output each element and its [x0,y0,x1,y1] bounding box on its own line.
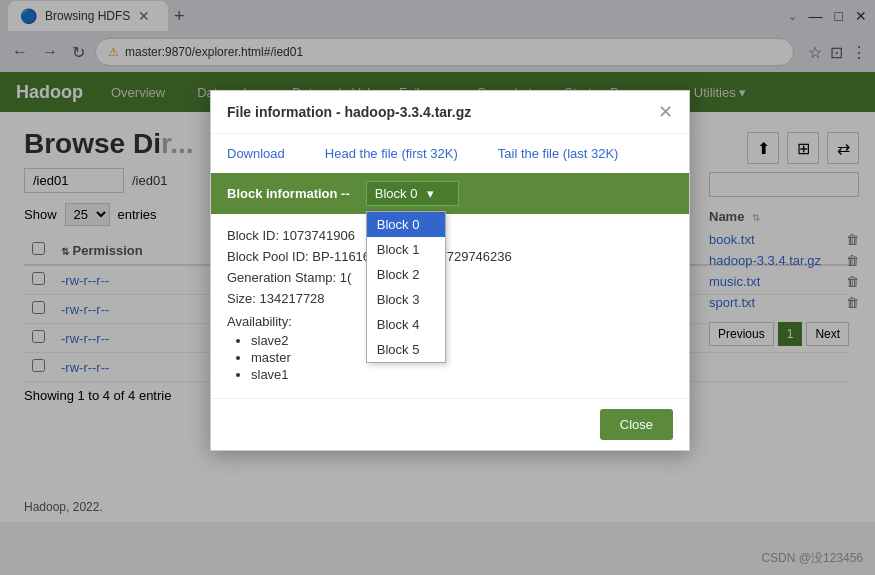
block-id-line: Block ID: 1073741906 [227,228,673,243]
avail-node-1: master [251,350,673,365]
dropdown-arrow-icon: ▾ [427,186,434,201]
block-dropdown-list: Block 0 Block 1 Block 2 Block 3 Block 4 … [366,211,446,363]
block-option-3[interactable]: Block 3 [367,287,445,312]
generation-stamp-line: Generation Stamp: 1( [227,270,673,285]
block-pool-id-line: Block Pool ID: BP-116168.1.101-166772974… [227,249,673,264]
availability-list: slave2 master slave1 [227,333,673,382]
block-option-5[interactable]: Block 5 [367,337,445,362]
tail-file-link[interactable]: Tail the file (last 32K) [498,146,619,161]
modal-footer: Close [211,398,689,450]
modal-links: Download Head the file (first 32K) Tail … [211,134,689,173]
modal-close-button[interactable]: ✕ [658,101,673,123]
modal-header: File information - hadoop-3.3.4.tar.gz ✕ [211,91,689,134]
download-link[interactable]: Download [227,146,285,161]
block-option-0[interactable]: Block 0 [367,212,445,237]
block-option-1[interactable]: Block 1 [367,237,445,262]
avail-node-2: slave1 [251,367,673,382]
block-select-button[interactable]: Block 0 ▾ [366,181,459,206]
block-option-2[interactable]: Block 2 [367,262,445,287]
modal-body: Block ID: 1073741906 Block Pool ID: BP-1… [211,214,689,398]
size-line: Size: 134217728 [227,291,673,306]
modal-close-btn[interactable]: Close [600,409,673,440]
availability-label: Availability: [227,314,673,329]
block-select-wrapper: Block 0 ▾ Block 0 Block 1 Block 2 Block … [366,181,459,206]
file-info-modal: File information - hadoop-3.3.4.tar.gz ✕… [210,90,690,451]
block-info-bar: Block information -- Block 0 ▾ Block 0 B… [211,173,689,214]
modal-title: File information - hadoop-3.3.4.tar.gz [227,104,471,120]
avail-node-0: slave2 [251,333,673,348]
block-option-4[interactable]: Block 4 [367,312,445,337]
block-info-label: Block information -- [227,186,350,201]
head-file-link[interactable]: Head the file (first 32K) [325,146,458,161]
